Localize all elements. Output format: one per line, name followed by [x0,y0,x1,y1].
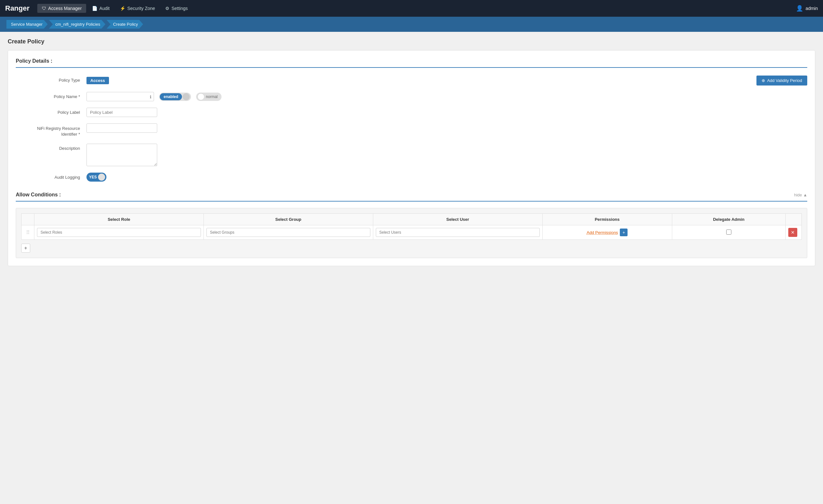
policy-name-input-wrapper: ℹ [87,92,154,101]
select-groups-input[interactable] [206,228,370,237]
nav-settings[interactable]: ⚙ Settings [161,4,192,13]
app-brand[interactable]: Ranger [5,4,30,13]
nifi-resource-input[interactable] [87,124,157,133]
audit-logging-label: Audit Logging [16,173,87,180]
description-input[interactable] [87,144,157,166]
normal-label: normal [206,95,220,99]
add-permissions-link[interactable]: Add Permissions [587,230,618,235]
col-header-select-group: Select Group [203,214,373,225]
audit-logging-toggle[interactable]: YES [87,173,107,182]
policy-name-label: Policy Name * [16,92,87,99]
enabled-label: enabled [160,93,182,100]
audit-icon: 📄 [92,6,98,11]
enabled-toggle[interactable]: enabled [159,93,191,101]
select-role-cell [34,225,204,240]
info-icon: ℹ [150,94,151,99]
delegate-admin-checkbox[interactable] [726,229,731,235]
conditions-table-wrapper: Select Role Select Group Select User Per… [16,208,807,258]
policy-type-row: Access ⊕ Add Validity Period [87,75,807,86]
conditions-table: Select Role Select Group Select User Per… [21,213,802,240]
policy-type-label: Policy Type [16,75,87,82]
select-roles-input[interactable] [37,228,201,237]
delete-cell: ✕ [786,225,802,240]
allow-conditions-header: Allow Conditions : hide ▲ [16,192,807,201]
permissions-cell: Add Permissions + [542,225,672,240]
audit-yes-label: YES [89,175,97,179]
shield-icon: 🛡 [42,6,46,11]
audit-toggle-ball [98,174,105,181]
nifi-resource-label: NiFi Registry ResourceIdentifier * [16,124,87,137]
select-users-input[interactable] [376,228,540,237]
policy-label-label: Policy Label [16,108,87,115]
nav-access-manager[interactable]: 🛡 Access Manager [37,4,86,13]
add-validity-button[interactable]: ⊕ Add Validity Period [757,75,807,86]
gear-icon: ⚙ [165,6,169,11]
nav-items: 🛡 Access Manager 📄 Audit ⚡ Security Zone… [37,4,796,13]
policy-label-group: Policy Label [16,108,807,117]
table-row: ⠿ Add Permissions [21,225,802,240]
audit-logging-group: Audit Logging YES [16,173,807,182]
toggle-ball [183,93,190,100]
description-group: Description [16,144,807,166]
col-header-permissions: Permissions [542,214,672,225]
policy-type-badge[interactable]: Access [87,77,109,84]
policy-name-group: Policy Name * ℹ enabled normal [16,92,807,101]
select-group-cell [203,225,373,240]
select-user-cell [373,225,542,240]
description-label: Description [16,144,87,151]
col-header-drag [21,214,34,225]
add-permissions-plus-button[interactable]: + [620,228,628,236]
breadcrumb-policies[interactable]: cm_nifi_registry Policies [49,20,105,29]
delegate-admin-cell [672,225,785,240]
policy-details-header: Policy Details : [16,58,807,68]
policy-type-left: Access [87,77,757,84]
nav-audit[interactable]: 📄 Audit [88,4,114,13]
delete-row-button[interactable]: ✕ [788,228,797,237]
user-icon: 👤 [796,5,803,12]
main-card: Policy Details : Policy Type Access ⊕ Ad… [8,50,815,266]
policy-type-group: Policy Type Access ⊕ Add Validity Period [16,75,807,86]
lightning-icon: ⚡ [120,6,125,11]
hide-link[interactable]: hide ▲ [794,192,807,197]
nifi-resource-group: NiFi Registry ResourceIdentifier * [16,124,807,137]
normal-toggle[interactable]: normal [196,93,221,101]
policy-name-input[interactable] [87,92,154,101]
policy-label-input[interactable] [87,108,157,117]
normal-toggle-ball [197,93,204,100]
col-header-select-user: Select User [373,214,542,225]
allow-conditions-title: Allow Conditions : [16,192,61,198]
drag-handle-icon[interactable]: ⠿ [25,230,31,235]
user-menu[interactable]: 👤 admin [796,5,818,12]
table-header-row: Select Role Select Group Select User Per… [21,214,802,225]
page-content: Create Policy Policy Details : Policy Ty… [0,32,823,273]
add-row-button[interactable]: + [21,243,30,253]
drag-handle-cell: ⠿ [21,225,34,240]
breadcrumb-bar: Service Manager cm_nifi_registry Policie… [0,17,823,32]
policy-name-row: ℹ enabled normal [87,92,221,101]
clock-icon: ⊕ [762,78,765,83]
page-title: Create Policy [8,38,815,45]
add-permissions-wrapper: Add Permissions + [545,228,669,236]
col-header-select-role: Select Role [34,214,204,225]
breadcrumb-create-policy[interactable]: Create Policy [107,20,143,29]
col-header-delegate-admin: Delegate Admin [672,214,785,225]
navbar: Ranger 🛡 Access Manager 📄 Audit ⚡ Securi… [0,0,823,17]
nav-security-zone[interactable]: ⚡ Security Zone [116,4,159,13]
breadcrumb-service-manager[interactable]: Service Manager [6,20,47,29]
col-header-delete [786,214,802,225]
